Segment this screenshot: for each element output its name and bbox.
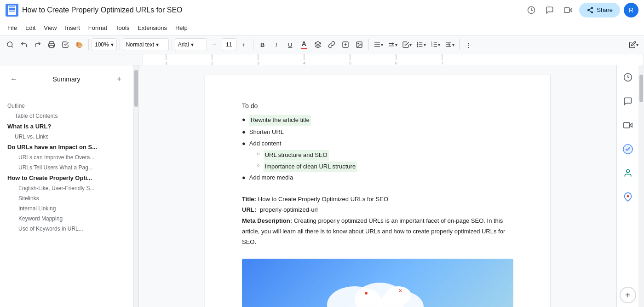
svg-point-4 <box>587 9 589 11</box>
menu-format[interactable]: Format <box>85 23 111 33</box>
svg-rect-63 <box>623 122 629 128</box>
numbered-list-btn[interactable]: 123 ▾ <box>429 38 442 51</box>
underline-btn[interactable]: U <box>284 38 297 51</box>
right-scrollbar-thumb[interactable] <box>639 75 643 102</box>
todo-text-rewrite: Rewrite the article title <box>249 115 311 126</box>
sidebar-add-btn[interactable]: + <box>113 73 126 86</box>
svg-line-6 <box>589 11 592 12</box>
todo-item-add-content: ● Add content <box>242 139 513 149</box>
comment-btn[interactable] <box>542 3 557 17</box>
menu-edit[interactable]: Edit <box>22 23 39 33</box>
sidebar-item-keyword[interactable]: Keyword Mapping <box>0 214 133 224</box>
checklist-btn[interactable]: ▾ <box>400 38 414 51</box>
search-btn[interactable] <box>4 38 17 51</box>
font-size-increase-btn[interactable]: + <box>237 38 250 51</box>
paint-format-btn[interactable]: 🎨 <box>73 38 86 51</box>
menu-file[interactable]: File <box>4 23 21 33</box>
share-button[interactable]: Share <box>579 3 620 17</box>
edit-mode-btn[interactable]: ▾ <box>627 38 640 51</box>
text-color-btn[interactable]: A <box>298 38 310 51</box>
svg-point-56 <box>362 295 366 298</box>
align-btn[interactable]: ▾ <box>372 38 385 51</box>
insert-image-btn[interactable] <box>353 38 366 51</box>
text-style-select[interactable]: Normal text ▾ <box>123 38 169 51</box>
sidebar-back-btn[interactable]: ← <box>7 73 20 86</box>
todo-label: To do <box>242 102 513 110</box>
sidebar-item-toc[interactable]: Table of Contents <box>0 111 133 121</box>
sidebar-item-internal[interactable]: Internal Linking <box>0 203 133 214</box>
sidebar-item-improve[interactable]: URLs can Improve the Overa... <box>0 152 133 162</box>
more-btn[interactable]: ⋮ <box>462 38 475 51</box>
highlight-btn[interactable] <box>311 38 324 51</box>
bullet-list-btn[interactable]: ▾ <box>414 38 428 51</box>
menu-insert[interactable]: Insert <box>61 23 84 33</box>
menu-extensions[interactable]: Extensions <box>134 23 171 33</box>
print-btn[interactable] <box>45 38 58 51</box>
zoom-select[interactable]: 100% ▾ <box>92 38 117 51</box>
sidebar-item-sitelinks[interactable]: Sitelinks <box>0 193 133 203</box>
font-size-decrease-btn[interactable]: − <box>208 38 221 51</box>
doc-title[interactable]: How to Create Properly Optimized URLs fo… <box>22 6 252 14</box>
svg-point-27 <box>417 44 418 45</box>
left-scrollbar-thumb[interactable] <box>134 70 138 107</box>
redo-btn[interactable] <box>31 38 44 51</box>
menu-view[interactable]: View <box>40 23 60 33</box>
meta-desc-row: Meta Description: Creating properly opti… <box>242 215 513 248</box>
menu-help[interactable]: Help <box>172 23 191 33</box>
svg-point-57 <box>365 292 368 295</box>
user-avatar[interactable]: R <box>624 3 638 17</box>
sidebar-item-what-url[interactable]: What is a URL? <box>0 121 133 132</box>
sidebar-item-use-keywords[interactable]: Use of Keywords in URL... <box>0 224 133 234</box>
indent-btn[interactable]: ▾ <box>443 38 456 51</box>
svg-point-55 <box>357 290 380 306</box>
add-panel-btn[interactable]: + <box>620 287 636 303</box>
people-panel-btn[interactable] <box>620 165 636 181</box>
todo-item-rewrite: ● Rewrite the article title <box>242 115 513 126</box>
maps-panel-btn[interactable] <box>620 189 636 205</box>
svg-text:2: 2 <box>211 61 213 65</box>
sidebar-header: ← Summary + <box>0 71 133 91</box>
svg-point-59 <box>392 293 396 296</box>
sidebar-item-english[interactable]: English-Like, User-Friendly S... <box>0 183 133 193</box>
article-image: × <box>242 259 513 307</box>
sub-text-importance: Importance of clean URL structure <box>264 162 357 172</box>
comments-panel-btn[interactable] <box>620 93 636 110</box>
outline-label: Outline <box>0 99 133 111</box>
svg-point-28 <box>417 46 418 47</box>
italic-btn[interactable]: I <box>270 38 283 51</box>
insert-comment-btn[interactable] <box>339 38 352 51</box>
svg-line-9 <box>12 46 13 47</box>
sidebar-item-tell-users[interactable]: URLs Tell Users What a Pag... <box>0 162 133 173</box>
page: To do ● Rewrite the article title ● Shor… <box>205 75 550 307</box>
sidebar-item-url-vs-links[interactable]: URL vs. Links <box>0 132 133 142</box>
sidebar-item-how-to[interactable]: How to Create Properly Opti... <box>0 173 133 183</box>
link-btn[interactable] <box>325 38 338 51</box>
bullet-media: ● <box>242 173 246 183</box>
menu-tools[interactable]: Tools <box>112 23 133 33</box>
sub-item-importance: ○ Importance of clean URL structure <box>257 162 513 172</box>
meta-url-value: properly-optimized-url <box>260 204 318 215</box>
bullet-rewrite: ● <box>242 115 246 125</box>
doc-area[interactable]: To do ● Rewrite the article title ● Shor… <box>139 65 616 307</box>
font-select[interactable]: Arial ▾ <box>175 38 207 51</box>
svg-text:×: × <box>399 288 402 294</box>
share-label: Share <box>597 6 613 13</box>
line-spacing-btn[interactable]: ▾ <box>386 38 399 51</box>
svg-text:7: 7 <box>441 61 443 65</box>
meet-panel-btn[interactable] <box>620 117 636 133</box>
bold-btn[interactable]: B <box>256 38 269 51</box>
history-panel-btn[interactable] <box>620 69 636 86</box>
todo-text-add-content: Add content <box>249 139 281 149</box>
sidebar-item-do-urls[interactable]: Do URLs have an Impact on S... <box>0 142 133 152</box>
svg-point-26 <box>417 42 418 43</box>
spellcheck-btn[interactable] <box>59 38 72 51</box>
meta-title-label: Title: <box>242 194 256 204</box>
tasks-panel-btn[interactable] <box>620 141 636 157</box>
sub-item-url-seo: ○ URL structure and SEO <box>257 150 513 161</box>
undo-btn[interactable] <box>17 38 30 51</box>
history-btn[interactable] <box>524 3 539 17</box>
svg-point-65 <box>626 170 629 173</box>
video-btn[interactable] <box>561 3 575 17</box>
meta-url-label: URL: <box>242 204 256 215</box>
right-panel: + <box>616 65 638 307</box>
